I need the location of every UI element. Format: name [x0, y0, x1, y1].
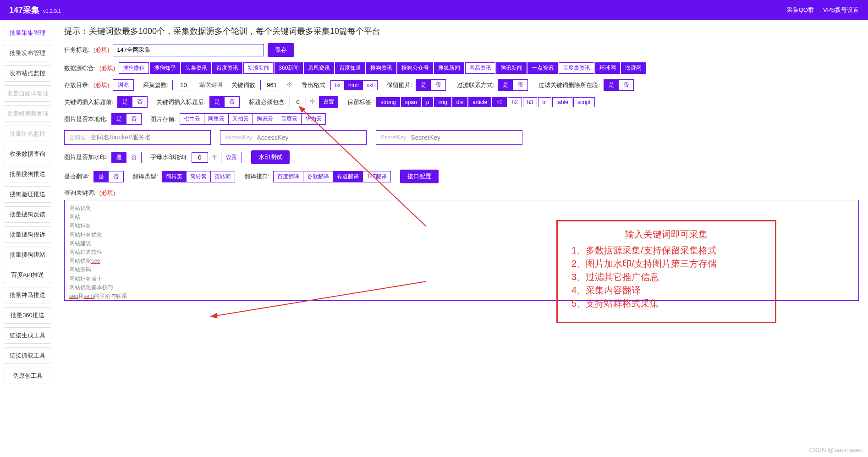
access-key-input[interactable]: AccessKey AccessKey [220, 130, 367, 145]
img-local-toggle[interactable]: 是否 [111, 113, 142, 125]
img-local-label: 图片是否本地化: [64, 115, 108, 123]
cloud-option-阿里云[interactable]: 阿里云 [204, 113, 228, 125]
link-qq-group[interactable]: 采集QQ群 [787, 6, 814, 14]
sidebar-item-11[interactable]: 批量搜狗绑站 [4, 247, 51, 263]
keep-image-label: 保留图片: [387, 81, 412, 89]
hint-text: 提示：关键词数最多1000个，采集数据源多个轮训，每个关键词最多采集10篇每个平… [64, 26, 859, 37]
cloud-option-华为云[interactable]: 华为云 [301, 113, 326, 125]
keep-tag-p[interactable]: p [422, 97, 434, 107]
cloud-option-百度云[interactable]: 百度云 [277, 113, 301, 125]
source-tag-搜狗微信[interactable]: 搜狗微信 [119, 62, 149, 74]
source-tag-环球网[interactable]: 环球网 [595, 62, 620, 74]
sidebar-item-15[interactable]: 链接生成工具 [4, 327, 51, 344]
source-tag-百度最资讯[interactable]: 百度最资讯 [559, 62, 594, 74]
api-config-button[interactable]: 接口配置 [400, 170, 439, 183]
translate-api-百度翻译[interactable]: 百度翻译 [273, 171, 303, 182]
space-name-input[interactable]: 空间名 空间名/bucket/服务名 [64, 130, 211, 145]
title-contain-input[interactable] [290, 97, 306, 107]
watermark-test-button[interactable]: 水印测试 [251, 150, 290, 164]
source-tag-头条资讯[interactable]: 头条资讯 [181, 62, 211, 74]
articles-unit: 篇/关键词 [199, 81, 222, 89]
insert-before-toggle[interactable]: 是否 [117, 96, 148, 108]
keep-tag-img[interactable]: img [434, 97, 451, 107]
sidebar-item-4: 批量短视频管理 [4, 105, 51, 122]
source-tag-搜狗知乎[interactable]: 搜狗知乎 [150, 62, 180, 74]
sidebar-item-12[interactable]: 百度API推送 [4, 267, 51, 283]
keep-tag-strong[interactable]: strong [376, 97, 400, 107]
keep-tag-h2[interactable]: h2 [508, 97, 522, 107]
browse-button[interactable]: 浏览 [113, 79, 134, 91]
keep-tag-div[interactable]: div [452, 97, 467, 107]
task-title-input[interactable] [113, 44, 264, 56]
source-tag-网易资讯[interactable]: 网易资讯 [465, 62, 495, 74]
watermark-set-button[interactable]: 设置 [221, 152, 242, 163]
source-tag-搜狗资讯[interactable]: 搜狗资讯 [366, 62, 396, 74]
source-tag-百度知道[interactable]: 百度知道 [335, 62, 365, 74]
watermark-interval-label: 字母水印轮询: [150, 153, 188, 161]
sidebar-item-17[interactable]: 伪原创工具 [4, 368, 51, 384]
sidebar-item-2[interactable]: 发布站点监控 [4, 65, 51, 82]
sidebar-item-7[interactable]: 批量搜狗推送 [4, 166, 51, 182]
translate-api-谷歌翻译[interactable]: 谷歌翻译 [303, 171, 333, 182]
source-tag-澎湃网[interactable]: 澎湃网 [621, 62, 646, 74]
save-button[interactable]: 保存 [268, 43, 294, 57]
insert-after-toggle[interactable]: 是否 [209, 96, 240, 108]
translate-toggle[interactable]: 是否 [93, 171, 124, 182]
sidebar-item-14[interactable]: 批量360推送 [4, 307, 51, 324]
source-tag-搜狗公众号[interactable]: 搜狗公众号 [397, 62, 433, 74]
keep-tag-article[interactable]: article [468, 97, 491, 107]
cloud-option-七牛云[interactable]: 七牛云 [180, 113, 204, 125]
export-format-xxf[interactable]: xxf [363, 80, 378, 90]
keep-tag-br[interactable]: br [538, 97, 551, 107]
filter-paragraph-toggle[interactable]: 是否 [604, 79, 634, 91]
keep-tag-h1[interactable]: h1 [492, 97, 506, 107]
sidebar-item-13[interactable]: 批量神马推送 [4, 287, 51, 303]
translate-api-147翻译[interactable]: 147翻译 [363, 171, 391, 182]
filter-paragraph-label: 过滤关键词删除所在段: [538, 81, 600, 89]
filter-contact-toggle[interactable]: 是否 [498, 79, 528, 91]
keep-image-toggle[interactable]: 是否 [416, 79, 446, 91]
source-tag-凤凰资讯[interactable]: 凤凰资讯 [304, 62, 334, 74]
cloud-option-又拍云[interactable]: 又拍云 [228, 113, 253, 125]
title-contain-set-button[interactable]: 设置 [319, 96, 338, 108]
keywords-count-input[interactable] [260, 80, 283, 90]
keep-tag-h3[interactable]: h3 [523, 97, 537, 107]
sidebar-item-8[interactable]: 搜狗验证推送 [4, 186, 51, 203]
export-format-txt[interactable]: txt [330, 80, 344, 90]
keep-tag-script[interactable]: script [573, 97, 595, 107]
translate-type-英转简[interactable]: 英转简 [210, 171, 235, 182]
translate-type-简转繁[interactable]: 简转繁 [186, 171, 210, 182]
link-vps-settings[interactable]: VPS拨号设置 [823, 6, 859, 14]
cloud-option-腾讯云[interactable]: 腾讯云 [253, 113, 277, 125]
secret-key-input[interactable]: SecretKey SecretKey [376, 130, 522, 145]
source-tag-360新闻[interactable]: 360新闻 [275, 62, 303, 74]
source-tag-一点资讯[interactable]: 一点资讯 [527, 62, 558, 74]
watermark-toggle[interactable]: 是否 [111, 152, 142, 163]
sources-label: 数据源综合: [64, 64, 96, 72]
source-tag-腾讯新闻[interactable]: 腾讯新闻 [496, 62, 527, 74]
watermark-interval-input[interactable] [192, 152, 208, 163]
sidebar-item-1[interactable]: 批量发布管理 [4, 45, 51, 61]
translate-type-简转英[interactable]: 简转英 [162, 171, 186, 182]
sidebar-item-10[interactable]: 批量搜狗投诉 [4, 226, 51, 243]
sidebar-item-0[interactable]: 批量采集管理 [4, 25, 51, 41]
articles-input[interactable] [172, 80, 195, 90]
img-store-label: 图片存储: [150, 115, 176, 123]
keep-tag-table[interactable]: table [552, 97, 572, 107]
sources-required: (必填) [99, 64, 115, 72]
sidebar-item-9[interactable]: 批量搜狗反馈 [4, 206, 51, 223]
source-tag-百度资讯[interactable]: 百度资讯 [212, 62, 242, 74]
main-panel: 提示：关键词数最多1000个，采集数据源多个轮训，每个关键词最多采集10篇每个平… [55, 20, 868, 389]
keep-tags-label: 保留标签: [347, 98, 373, 106]
keep-tag-span[interactable]: span [401, 97, 421, 107]
sidebar-item-16[interactable]: 链接抓取工具 [4, 347, 51, 364]
translate-api-有道翻译[interactable]: 有道翻译 [333, 171, 363, 182]
source-tag-搜狐新闻[interactable]: 搜狐新闻 [434, 62, 464, 74]
source-tag-新浪新闻[interactable]: 新浪新闻 [243, 62, 274, 74]
sidebar-item-3: 批量自媒体管理 [4, 85, 51, 102]
storage-required: (必填) [93, 81, 110, 89]
task-title-required: (必填) [93, 46, 110, 54]
export-format-html[interactable]: html [344, 80, 363, 90]
keywords-textarea[interactable]: 网站优化网站网站排名网站排名优化网站建设网站排名软件网站优化seo网站源码网站排… [64, 200, 859, 301]
sidebar-item-6[interactable]: 收录数据查询 [4, 146, 51, 162]
